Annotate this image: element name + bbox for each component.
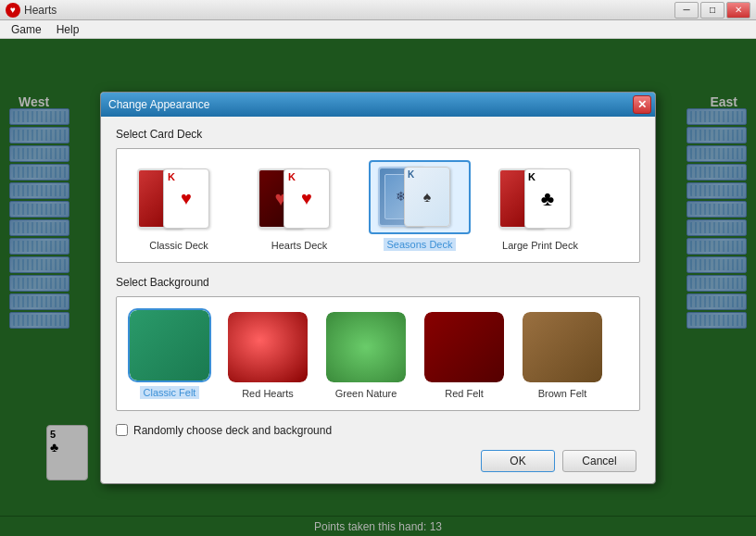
deck-option-classic[interactable]: K ♥ Classic Deck xyxy=(128,162,230,251)
ok-button[interactable]: OK xyxy=(481,450,555,472)
seasons-deck-label: Seasons Deck xyxy=(384,238,457,251)
bg-section: Classic Felt Red Hearts xyxy=(116,296,640,411)
brown-felt-label: Brown Felt xyxy=(538,388,587,399)
deck-options: K ♥ Classic Deck ♥ xyxy=(128,160,628,251)
dialog-body: Select Card Deck K ♥ xyxy=(101,117,655,483)
red-hearts-swatch xyxy=(228,312,308,382)
menu-help[interactable]: Help xyxy=(49,20,87,38)
maximize-button[interactable]: □ xyxy=(700,2,724,19)
change-appearance-dialog: Change Appearance ✕ Select Card Deck xyxy=(100,92,656,484)
classic-felt-swatch xyxy=(130,310,209,380)
deck-section: K ♥ Classic Deck ♥ xyxy=(116,148,640,263)
hearts-front-card: K ♥ xyxy=(284,168,330,229)
minimize-button[interactable]: ─ xyxy=(674,2,699,19)
red-felt-label: Red Felt xyxy=(445,388,484,399)
seasons-cards: ❄ K ♠ xyxy=(378,167,461,227)
red-felt-swatch xyxy=(424,312,504,382)
cancel-button[interactable]: Cancel xyxy=(562,450,636,472)
dialog-overlay: Change Appearance ✕ Select Card Deck xyxy=(0,39,756,536)
button-row: OK Cancel xyxy=(116,450,640,472)
brown-felt-swatch xyxy=(523,312,602,382)
bg-options: Classic Felt Red Hearts xyxy=(128,308,628,399)
red-hearts-label: Red Hearts xyxy=(242,388,294,399)
classic-felt-preview xyxy=(128,308,211,382)
large-cards: K ♣ xyxy=(498,168,582,229)
app-title: Hearts xyxy=(24,4,57,17)
red-felt-preview xyxy=(422,310,506,384)
menu-game[interactable]: Game xyxy=(4,20,49,38)
app-icon: ♥ xyxy=(6,3,20,18)
deck-option-large[interactable]: K ♣ Large Print Deck xyxy=(489,162,591,251)
deck-section-label: Select Card Deck xyxy=(116,128,640,141)
hearts-deck-label: Hearts Deck xyxy=(271,240,328,251)
random-checkbox-label: Randomly choose deck and background xyxy=(133,424,332,437)
bg-option-red-hearts[interactable]: Red Hearts xyxy=(226,310,309,399)
dialog-title: Change Appearance xyxy=(108,98,209,111)
large-deck-preview: K ♣ xyxy=(489,162,591,236)
bg-section-label: Select Background xyxy=(116,276,640,289)
brown-felt-preview xyxy=(521,310,604,384)
titlebar-controls: ─ □ ✕ xyxy=(674,2,750,19)
hearts-deck-preview: ♥ K ♥ xyxy=(248,162,350,236)
hearts-cards: ♥ K ♥ xyxy=(258,168,341,229)
classic-front-card: K ♥ xyxy=(163,168,209,229)
seasons-deck-preview: ❄ K ♠ xyxy=(369,160,471,234)
random-checkbox[interactable] xyxy=(116,424,128,436)
dialog-titlebar: Change Appearance ✕ xyxy=(101,93,655,117)
classic-cards: K ♥ xyxy=(137,168,220,229)
menu-bar: Game Help xyxy=(0,20,756,39)
bg-option-classic-felt[interactable]: Classic Felt xyxy=(128,308,211,399)
dialog-close-button[interactable]: ✕ xyxy=(633,95,651,114)
large-deck-label: Large Print Deck xyxy=(502,240,578,251)
classic-felt-label: Classic Felt xyxy=(140,386,200,399)
deck-option-hearts[interactable]: ♥ K ♥ Hearts Deck xyxy=(248,162,350,251)
green-nature-preview xyxy=(324,310,408,384)
green-nature-swatch xyxy=(326,312,406,382)
app-close-button[interactable]: ✕ xyxy=(726,2,750,19)
seasons-front-card: K ♠ xyxy=(404,167,450,227)
bg-option-red-felt[interactable]: Red Felt xyxy=(422,310,506,399)
large-front-card: K ♣ xyxy=(524,168,571,229)
red-hearts-preview xyxy=(226,310,309,384)
app-titlebar: ♥ Hearts ─ □ ✕ xyxy=(0,0,756,20)
classic-deck-preview: K ♥ xyxy=(128,162,230,236)
random-checkbox-row: Randomly choose deck and background xyxy=(116,424,640,437)
deck-option-seasons[interactable]: ❄ K ♠ Seasons Deck xyxy=(369,160,471,251)
bg-option-brown-felt[interactable]: Brown Felt xyxy=(521,310,604,399)
green-nature-label: Green Nature xyxy=(335,388,397,399)
bg-option-green-nature[interactable]: Green Nature xyxy=(324,310,408,399)
game-table: West East 5 ♣ xyxy=(0,39,756,536)
classic-deck-label: Classic Deck xyxy=(149,240,208,251)
